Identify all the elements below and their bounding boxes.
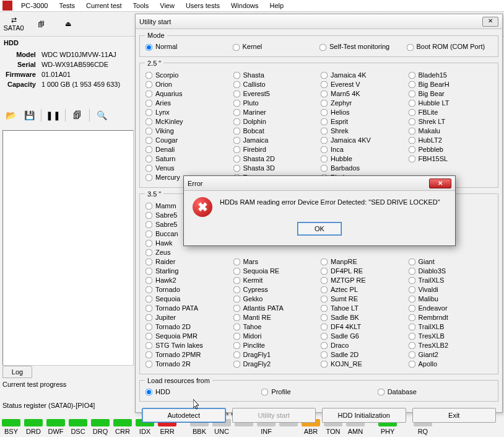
family-radio[interactable]: Draco bbox=[320, 341, 406, 350]
family-radio[interactable]: Aztec PL bbox=[320, 285, 406, 294]
menu-item[interactable]: PC-3000 bbox=[16, 1, 53, 11]
exit-button[interactable]: ⏏ bbox=[58, 14, 78, 34]
autodetect-button[interactable]: Autodetect bbox=[142, 408, 226, 423]
family-radio[interactable]: Esprit bbox=[320, 117, 406, 126]
menu-item[interactable]: Windows bbox=[226, 1, 264, 11]
family-radio[interactable]: STG Twin lakes bbox=[145, 341, 230, 350]
family-radio[interactable]: Dolphin bbox=[233, 117, 318, 126]
family-radio[interactable]: Rembrndt bbox=[408, 313, 493, 322]
family-radio[interactable]: Jamaica bbox=[233, 136, 318, 145]
family-radio[interactable]: Mars bbox=[233, 257, 318, 267]
family-radio[interactable]: Shasta bbox=[233, 71, 318, 80]
family-radio[interactable]: Tornado 2D bbox=[145, 322, 230, 332]
family-radio[interactable]: ManpRE bbox=[320, 257, 406, 267]
family-radio[interactable]: FBLite bbox=[408, 108, 493, 117]
resource-radio[interactable]: Profile bbox=[261, 388, 376, 397]
family-radio[interactable]: MZTGP RE bbox=[320, 276, 406, 285]
family-radio[interactable]: DF4 4KLT bbox=[320, 322, 406, 332]
family-radio[interactable]: Tornado 2R bbox=[145, 360, 230, 369]
family-radio[interactable]: TrailXLS bbox=[408, 276, 493, 285]
family-radio[interactable]: Viking bbox=[145, 126, 230, 136]
family-radio[interactable]: Orion bbox=[145, 80, 230, 89]
family-radio[interactable]: KOJN_RE bbox=[320, 360, 406, 369]
family-radio[interactable]: Sequoia bbox=[145, 294, 230, 304]
family-radio[interactable]: HubLT2 bbox=[408, 136, 493, 145]
family-radio[interactable]: Tornado PATA bbox=[145, 304, 230, 313]
family-radio[interactable]: Denali bbox=[145, 145, 230, 154]
open-icon[interactable]: 📂 bbox=[4, 108, 17, 122]
mode-radio[interactable]: Kernel bbox=[232, 43, 319, 51]
family-radio[interactable]: Everest V bbox=[320, 80, 406, 89]
family-radio[interactable]: Jamaica 4KV bbox=[320, 136, 406, 145]
family-radio[interactable]: Aquarius bbox=[145, 89, 230, 99]
family-radio[interactable]: Inca bbox=[320, 145, 406, 154]
family-radio[interactable]: Pebbleb bbox=[408, 145, 493, 154]
family-radio[interactable]: Pluto bbox=[233, 99, 318, 108]
family-radio[interactable]: Gekko bbox=[233, 294, 318, 304]
family-radio[interactable]: Raider bbox=[145, 257, 230, 267]
family-radio[interactable]: Everest5 bbox=[233, 89, 318, 99]
family-radio[interactable]: Sequoia RE bbox=[233, 267, 318, 276]
family-radio[interactable]: Jupiter bbox=[145, 313, 230, 322]
menu-item[interactable]: Users tests bbox=[181, 1, 225, 11]
family-radio[interactable]: Marn5 4K bbox=[320, 89, 406, 99]
family-radio[interactable]: DragFly2 bbox=[233, 360, 318, 369]
family-radio[interactable]: Kermit bbox=[233, 276, 318, 285]
family-radio[interactable]: Starling bbox=[145, 267, 230, 276]
mode-radio[interactable]: Normal bbox=[145, 43, 232, 51]
family-radio[interactable]: Hubble bbox=[320, 154, 406, 164]
family-radio[interactable]: Venus bbox=[145, 164, 230, 173]
menu-item[interactable]: View bbox=[155, 1, 180, 11]
family-radio[interactable]: Sumt RE bbox=[320, 294, 406, 304]
family-radio[interactable]: DragFly1 bbox=[233, 350, 318, 360]
family-radio[interactable]: Tahoe LT bbox=[320, 304, 406, 313]
family-radio[interactable]: DF4PL RE bbox=[320, 267, 406, 276]
mode-radio[interactable]: Self-Test monitoring bbox=[319, 43, 406, 51]
family-radio[interactable]: Makalu bbox=[408, 126, 493, 136]
family-radio[interactable]: Shasta 3D bbox=[233, 164, 318, 173]
family-radio[interactable]: Big Bear bbox=[408, 89, 493, 99]
family-radio[interactable]: Zeus bbox=[145, 248, 230, 257]
family-radio[interactable]: Hubble LT bbox=[408, 99, 493, 108]
close-icon[interactable]: ✕ bbox=[429, 179, 451, 188]
family-radio[interactable]: Pinclite bbox=[233, 341, 318, 350]
family-radio[interactable]: Midori bbox=[233, 332, 318, 341]
hdd-init-button[interactable]: HDD Initialization bbox=[322, 408, 406, 423]
family-radio[interactable]: Barbados bbox=[320, 164, 406, 173]
family-radio[interactable]: Vivaldi bbox=[408, 285, 493, 294]
family-radio[interactable]: Tornado 2PMR bbox=[145, 350, 230, 360]
family-radio[interactable]: Apollo bbox=[408, 360, 493, 369]
resource-radio[interactable]: Database bbox=[377, 388, 493, 397]
family-radio[interactable]: Hawk2 bbox=[145, 276, 230, 285]
menu-item[interactable]: Tools bbox=[128, 1, 154, 11]
family-radio[interactable]: Bobcat bbox=[233, 126, 318, 136]
family-radio[interactable]: Sadle G6 bbox=[320, 332, 406, 341]
family-radio[interactable]: Manti RE bbox=[233, 313, 318, 322]
family-radio[interactable]: Endeavor bbox=[408, 304, 493, 313]
family-radio[interactable]: Shasta 2D bbox=[233, 154, 318, 164]
copy-icon[interactable]: 🗐 bbox=[71, 108, 84, 122]
search-icon[interactable]: 🔍 bbox=[95, 108, 108, 122]
family-radio[interactable]: Atlantis PATA bbox=[233, 304, 318, 313]
family-radio[interactable]: Shrek bbox=[320, 126, 406, 136]
family-radio[interactable]: Saturn bbox=[145, 154, 230, 164]
family-radio[interactable]: Giant bbox=[408, 257, 493, 267]
menu-item[interactable]: Current test bbox=[81, 1, 126, 11]
family-radio[interactable]: Diablo3S bbox=[408, 267, 493, 276]
log-tab[interactable]: Log bbox=[2, 366, 32, 378]
pause-icon[interactable]: ❚❚ bbox=[46, 108, 60, 122]
menu-item[interactable]: Help bbox=[265, 1, 289, 11]
ok-button[interactable]: OK bbox=[297, 222, 342, 236]
family-radio[interactable]: Giant2 bbox=[408, 350, 493, 360]
family-radio[interactable]: TresXLB2 bbox=[408, 341, 493, 350]
family-radio[interactable]: Bladeh15 bbox=[408, 71, 493, 80]
family-radio[interactable]: Sadle 2D bbox=[320, 350, 406, 360]
family-radio[interactable]: Mariner bbox=[233, 108, 318, 117]
family-radio[interactable]: Tornado bbox=[145, 285, 230, 294]
family-radio[interactable]: Cougar bbox=[145, 136, 230, 145]
family-radio[interactable]: Aries bbox=[145, 99, 230, 108]
mode-radio[interactable]: Boot ROM (COM Port) bbox=[406, 43, 493, 51]
exit-button[interactable]: Exit bbox=[412, 408, 497, 423]
family-radio[interactable]: Lynx bbox=[145, 108, 230, 117]
resource-radio[interactable]: HDD bbox=[145, 388, 261, 397]
